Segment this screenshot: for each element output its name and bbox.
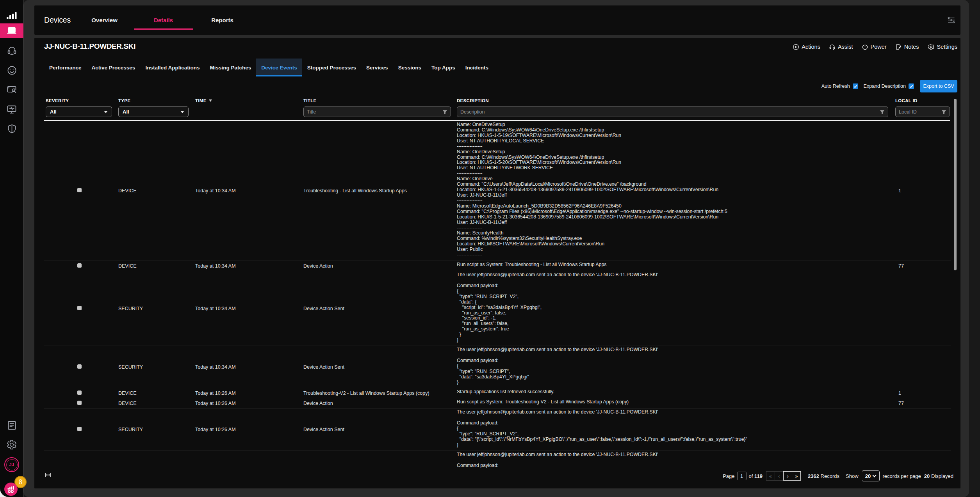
sidebar-item-satisfaction[interactable] — [0, 65, 23, 76]
severity-filter-value: All — [50, 109, 57, 115]
event-description: The user jeffjohnson@jupiterlab.com sent… — [457, 346, 895, 388]
page-number-input[interactable]: 1 — [737, 472, 747, 480]
row-checkbox[interactable] — [77, 188, 82, 192]
event-row[interactable]: SECURITY Today at 10:26 AM Device Action… — [44, 408, 951, 451]
tab-overview[interactable]: Overview — [75, 5, 134, 35]
col-header-local-id[interactable]: LOCAL ID — [895, 98, 918, 103]
settings-button[interactable]: Settings — [928, 43, 957, 50]
settings-label: Settings — [937, 44, 957, 50]
assist-label: Assist — [838, 44, 853, 50]
power-label: Power — [871, 44, 887, 50]
event-local-id: 1 — [898, 188, 901, 193]
funnel-icon — [442, 109, 448, 115]
actions-label: Actions — [802, 44, 820, 50]
laptop-icon — [6, 26, 17, 36]
shield-icon — [7, 124, 17, 134]
vertical-scrollbar[interactable] — [954, 99, 957, 270]
sidebar: JJ 8 — [0, 0, 23, 497]
event-title: Device Action — [303, 263, 333, 269]
next-page-button[interactable]: › — [783, 471, 792, 481]
event-time: Today at 10:26 AM — [195, 427, 236, 432]
auto-refresh-checkbox[interactable] — [853, 83, 858, 89]
row-checkbox[interactable] — [77, 263, 82, 268]
auto-refresh-label: Auto Refresh — [821, 83, 850, 89]
tab-missing-patches[interactable]: Missing Patches — [205, 59, 256, 76]
event-row[interactable]: DEVICE Today at 10:34 AM Troubleshooting… — [44, 121, 951, 261]
tab-performance[interactable]: Performance — [44, 59, 87, 76]
sidebar-item-logs[interactable] — [0, 420, 23, 431]
col-header-title[interactable]: TITLE — [303, 98, 316, 103]
of-total-pages: of 119 — [749, 473, 763, 479]
sidebar-item-settings[interactable] — [0, 439, 23, 450]
notes-button[interactable]: Notes — [895, 44, 919, 50]
power-icon — [862, 44, 868, 50]
row-checkbox[interactable] — [77, 427, 82, 431]
top-navbar: Devices Overview Details Reports — [34, 5, 960, 35]
page-label: Page — [723, 473, 734, 479]
severity-filter-select[interactable]: All — [46, 106, 112, 117]
sidebar-item-remote-access[interactable] — [0, 84, 23, 95]
show-label: Show — [846, 473, 859, 479]
description-filter-input[interactable]: Description — [457, 106, 888, 117]
tab-services[interactable]: Services — [361, 59, 393, 76]
sidebar-item-security[interactable] — [0, 123, 23, 134]
event-row[interactable]: DEVICE Today at 10:34 AM Device Action R… — [44, 261, 951, 271]
tab-device-events[interactable]: Device Events — [256, 59, 302, 76]
sidebar-item-devices[interactable] — [0, 23, 23, 38]
last-page-button[interactable]: » — [792, 471, 801, 481]
sidebar-item-monitoring[interactable] — [0, 104, 23, 115]
event-row[interactable]: SECURITY Today at 10:34 AM Device Action… — [44, 346, 951, 388]
event-row[interactable]: DEVICE Today at 10:26 AM Device Action R… — [44, 398, 951, 408]
page-title: Devices — [44, 5, 71, 35]
row-checkbox[interactable] — [77, 401, 82, 405]
col-header-type[interactable]: TYPE — [118, 98, 130, 103]
tab-reports[interactable]: Reports — [193, 5, 252, 35]
tab-active-processes[interactable]: Active Processes — [87, 59, 141, 76]
first-page-button[interactable]: « — [766, 471, 775, 481]
user-avatar[interactable]: JJ — [4, 457, 19, 472]
expand-description-checkbox[interactable] — [909, 83, 914, 89]
sidebar-item-support[interactable] — [0, 45, 23, 56]
sliders-icon[interactable] — [948, 17, 955, 23]
tab-top-apps[interactable]: Top Apps — [426, 59, 460, 76]
tab-stopped-processes[interactable]: Stopped Processes — [302, 59, 361, 76]
notes-list-icon — [7, 420, 17, 431]
type-filter-select[interactable]: All — [118, 106, 189, 117]
chevron-down-icon — [104, 111, 108, 113]
col-header-time[interactable]: TIME — [195, 98, 212, 103]
chat-launcher[interactable] — [4, 483, 18, 496]
power-button[interactable]: Power — [862, 44, 887, 50]
fit-width-icon[interactable] — [45, 472, 51, 477]
row-checkbox[interactable] — [77, 364, 82, 369]
tab-details[interactable]: Details — [134, 5, 193, 35]
event-time: Today at 10:26 AM — [195, 390, 236, 396]
tab-installed-applications[interactable]: Installed Applications — [140, 59, 205, 76]
title-filter-input[interactable]: Title — [303, 106, 451, 117]
local-id-filter-input[interactable]: Local ID — [895, 106, 950, 117]
row-checkbox[interactable] — [77, 390, 82, 395]
event-description: Startup applications list retrieved succ… — [457, 388, 895, 398]
event-type: SECURITY — [118, 427, 143, 432]
event-row[interactable]: DEVICE Today at 10:26 AM Troubleshooting… — [44, 388, 951, 398]
page-size-select[interactable]: 20 — [862, 470, 880, 481]
assist-button[interactable]: Assist — [829, 44, 853, 50]
event-type: DEVICE — [118, 390, 137, 396]
headset-icon — [829, 44, 836, 50]
smiley-icon — [7, 65, 17, 76]
event-time: Today at 10:34 AM — [195, 263, 236, 269]
device-sub-tabs: Performance Active Processes Installed A… — [44, 59, 494, 76]
actions-button[interactable]: Actions — [793, 44, 820, 50]
row-checkbox[interactable] — [77, 306, 82, 310]
tab-sessions[interactable]: Sessions — [393, 59, 426, 76]
device-action-bar: Actions Assist Power — [793, 40, 957, 53]
expand-description-label: Expand Description — [864, 83, 906, 89]
event-local-id: 77 — [898, 401, 904, 406]
event-row[interactable]: SECURITY Today at 10:34 AM Device Action… — [44, 271, 951, 346]
event-time: Today at 10:26 AM — [195, 401, 236, 406]
tab-incidents[interactable]: Incidents — [460, 59, 494, 76]
prev-page-button[interactable]: ‹ — [775, 471, 784, 481]
col-header-description[interactable]: DESCRIPTION — [457, 98, 489, 103]
type-filter-value: All — [123, 109, 129, 115]
export-to-csv-button[interactable]: Export to CSV — [920, 80, 957, 92]
col-header-severity[interactable]: SEVERITY — [46, 98, 69, 103]
